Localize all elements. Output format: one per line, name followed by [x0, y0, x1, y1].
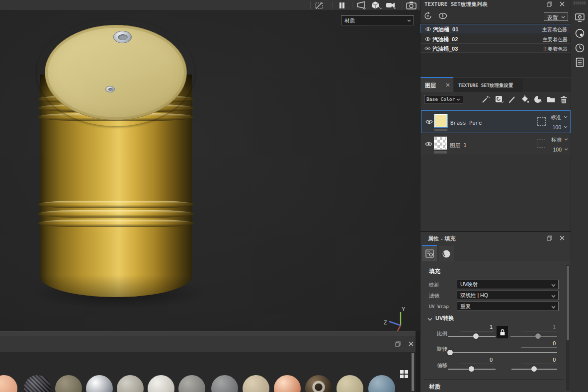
- offset-x-slider[interactable]: [448, 369, 496, 370]
- eye-icon[interactable]: [424, 36, 431, 42]
- smart-material-icon[interactable]: [533, 94, 543, 104]
- restore-icon[interactable]: [546, 235, 553, 241]
- opacity-select[interactable]: 100: [552, 124, 561, 130]
- material-sphere-stone-gray[interactable]: [211, 375, 238, 392]
- close-icon[interactable]: [559, 1, 566, 7]
- rotation-label: 旋转: [437, 346, 447, 353]
- offset-y-slider[interactable]: [511, 369, 557, 370]
- eye-icon[interactable]: [425, 141, 432, 147]
- mask-slot[interactable]: [537, 140, 545, 148]
- material-sphere-slate-blue[interactable]: [368, 375, 395, 392]
- texture-set-row[interactable]: 汽油桶_01 主要着色器: [420, 24, 571, 33]
- cube-icon[interactable]: [371, 1, 383, 9]
- shelf-scrollbar[interactable]: [411, 353, 415, 392]
- solo-view-icon[interactable]: [438, 12, 447, 20]
- section-divider: [424, 379, 564, 380]
- properties-panel: 属性 - 填充 填充 映射 UV映射 滤镜 双线性 | HQ UV Wrap 重…: [420, 232, 571, 392]
- texture-set-row[interactable]: 汽油桶_03 主要着色器: [420, 43, 571, 53]
- blend-mode-select[interactable]: 标准: [551, 114, 561, 121]
- lock-icon[interactable]: [497, 326, 508, 338]
- material-sphere-khaki-matte[interactable]: [336, 375, 363, 392]
- material-sphere-skin-smooth[interactable]: [0, 375, 17, 392]
- add-fill-icon[interactable]: [494, 94, 504, 104]
- selection-disabled-icon[interactable]: [313, 1, 325, 9]
- delete-icon[interactable]: [559, 94, 569, 104]
- layer-row-brass-pure[interactable]: Brass Pure 标准 100: [421, 110, 571, 133]
- pause-icon[interactable]: [336, 1, 348, 9]
- restore-icon[interactable]: [394, 341, 401, 347]
- texture-set-row[interactable]: 汽油桶_02 主要着色器: [420, 34, 571, 43]
- viewport-mode-select[interactable]: 材质: [341, 15, 414, 25]
- eye-icon[interactable]: [424, 46, 431, 51]
- rotation-slider[interactable]: [448, 352, 557, 353]
- material-sphere-copper-polished[interactable]: [274, 375, 301, 392]
- barrel-model-render: [30, 19, 209, 310]
- display-settings-icon[interactable]: [575, 12, 585, 23]
- grid-view-icon[interactable]: [400, 370, 409, 379]
- right-dock-strip: [571, 0, 588, 392]
- material-sphere-concrete-rough[interactable]: [117, 375, 144, 392]
- opacity-select[interactable]: 100: [553, 147, 562, 153]
- group-icon[interactable]: [546, 94, 556, 104]
- channel-select[interactable]: Base Color: [424, 95, 463, 103]
- add-paint-icon[interactable]: [507, 94, 517, 104]
- bucket-icon[interactable]: [520, 94, 530, 104]
- eye-icon[interactable]: [425, 119, 433, 125]
- layer-row-layer-1[interactable]: 图层 1 标准 100: [421, 134, 571, 155]
- mask-slot[interactable]: [537, 117, 546, 126]
- chevron-down-icon: [456, 98, 460, 101]
- offset-y-field[interactable]: 0: [521, 357, 557, 364]
- chevron-down-icon: [551, 284, 556, 287]
- viewport-canvas[interactable]: 材质 Y Z X: [0, 10, 420, 331]
- scale-y-slider[interactable]: [510, 336, 557, 337]
- properties-scrollbar[interactable]: [566, 265, 570, 391]
- snapshot-icon[interactable]: [406, 1, 418, 9]
- visibility-cycle-icon[interactable]: [424, 12, 433, 20]
- perspective-icon[interactable]: [356, 1, 368, 9]
- layers-tabbar: 图层 TEXTURE SET纹理集设置: [420, 78, 571, 92]
- blend-mode-select[interactable]: 标准: [551, 137, 562, 144]
- material-sphere-porcelain-white[interactable]: [148, 375, 174, 392]
- material-sphere-felt-gray[interactable]: [178, 375, 205, 392]
- texture-set-shader[interactable]: 主要着色器: [542, 26, 567, 33]
- settings-dropdown-button[interactable]: 设置: [544, 12, 568, 21]
- eye-icon[interactable]: [425, 26, 431, 32]
- close-icon[interactable]: [559, 235, 566, 241]
- texture-set-shader[interactable]: 主要着色器: [543, 46, 568, 53]
- shelf-resize-handle[interactable]: [0, 331, 416, 336]
- scale-y-field[interactable]: 1: [521, 324, 557, 331]
- material-sphere-olive-matte[interactable]: [55, 375, 82, 392]
- log-icon[interactable]: [575, 57, 585, 68]
- uv-wrap-select[interactable]: 重复: [457, 302, 559, 311]
- scale-x-field[interactable]: 1: [460, 324, 494, 331]
- offset-x-field[interactable]: 0: [460, 357, 494, 364]
- mapping-value: UV映射: [460, 281, 478, 287]
- history-icon[interactable]: [575, 43, 585, 53]
- material-tab-icon[interactable]: [439, 246, 454, 261]
- mapping-select[interactable]: UV映射: [457, 280, 559, 289]
- barrel-bung-large: [113, 31, 132, 43]
- material-sphere-chrome-polished[interactable]: [86, 375, 113, 392]
- add-effect-icon[interactable]: [481, 94, 491, 104]
- scale-x-slider[interactable]: [448, 336, 496, 337]
- collapse-chevron-icon[interactable]: [427, 317, 432, 321]
- layer-thumbnail[interactable]: [434, 137, 447, 150]
- material-sphere-houndstooth-fabric[interactable]: [24, 375, 51, 392]
- close-icon[interactable]: [408, 341, 415, 347]
- rotation-field[interactable]: 0: [521, 340, 557, 348]
- viewport-mode-value: 材质: [344, 17, 355, 23]
- restore-icon[interactable]: [546, 1, 553, 7]
- tab-texture-set-settings[interactable]: TEXTURE SET纹理集设置: [454, 78, 523, 92]
- material-sphere-bronze-ornate[interactable]: [305, 375, 332, 392]
- chevron-down-icon: [561, 16, 565, 18]
- camera-mode-icon[interactable]: [386, 1, 398, 9]
- layers-panel: 图层 TEXTURE SET纹理集设置 Base Color: [420, 77, 571, 231]
- shader-ball-icon[interactable]: [575, 28, 585, 39]
- texture-set-shader[interactable]: 主要着色器: [543, 36, 568, 43]
- tab-layers[interactable]: 图层: [420, 78, 453, 92]
- filter-select[interactable]: 双线性 | HQ: [457, 291, 559, 300]
- layer-thumbnail[interactable]: [434, 114, 447, 127]
- material-sphere-sand-smooth[interactable]: [243, 375, 269, 392]
- fill-props-tab-icon[interactable]: [422, 246, 437, 261]
- close-icon[interactable]: [446, 83, 450, 87]
